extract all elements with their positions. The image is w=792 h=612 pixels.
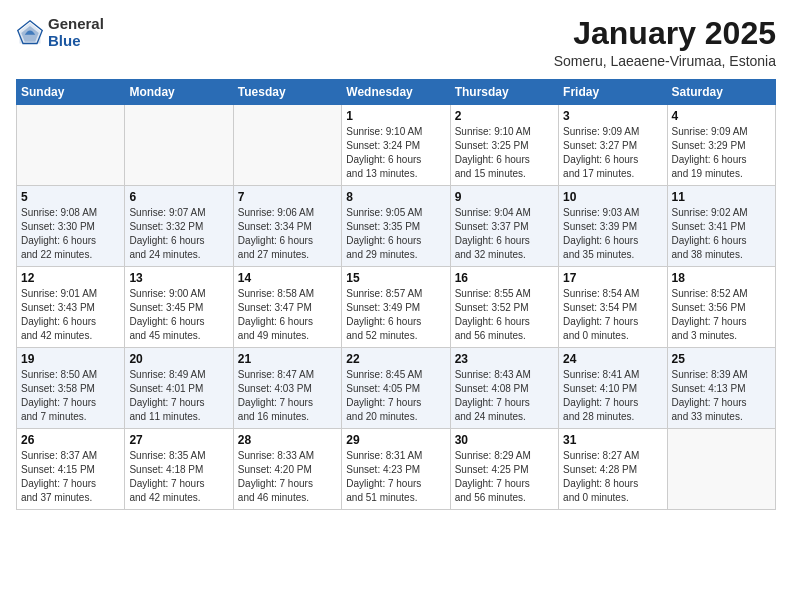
- calendar-cell: 22Sunrise: 8:45 AM Sunset: 4:05 PM Dayli…: [342, 348, 450, 429]
- day-number: 13: [129, 271, 228, 285]
- day-number: 27: [129, 433, 228, 447]
- logo-text: General Blue: [48, 16, 104, 49]
- day-number: 14: [238, 271, 337, 285]
- week-row-5: 26Sunrise: 8:37 AM Sunset: 4:15 PM Dayli…: [17, 429, 776, 510]
- calendar-cell: 19Sunrise: 8:50 AM Sunset: 3:58 PM Dayli…: [17, 348, 125, 429]
- week-row-4: 19Sunrise: 8:50 AM Sunset: 3:58 PM Dayli…: [17, 348, 776, 429]
- day-info: Sunrise: 8:58 AM Sunset: 3:47 PM Dayligh…: [238, 287, 337, 343]
- day-info: Sunrise: 8:57 AM Sunset: 3:49 PM Dayligh…: [346, 287, 445, 343]
- calendar-cell: 4Sunrise: 9:09 AM Sunset: 3:29 PM Daylig…: [667, 105, 775, 186]
- calendar-cell: [17, 105, 125, 186]
- day-info: Sunrise: 9:06 AM Sunset: 3:34 PM Dayligh…: [238, 206, 337, 262]
- day-info: Sunrise: 8:35 AM Sunset: 4:18 PM Dayligh…: [129, 449, 228, 505]
- calendar-cell: 27Sunrise: 8:35 AM Sunset: 4:18 PM Dayli…: [125, 429, 233, 510]
- week-row-3: 12Sunrise: 9:01 AM Sunset: 3:43 PM Dayli…: [17, 267, 776, 348]
- day-number: 28: [238, 433, 337, 447]
- calendar-cell: 11Sunrise: 9:02 AM Sunset: 3:41 PM Dayli…: [667, 186, 775, 267]
- column-header-thursday: Thursday: [450, 80, 558, 105]
- day-info: Sunrise: 8:41 AM Sunset: 4:10 PM Dayligh…: [563, 368, 662, 424]
- calendar-cell: 21Sunrise: 8:47 AM Sunset: 4:03 PM Dayli…: [233, 348, 341, 429]
- calendar-title: January 2025: [554, 16, 776, 51]
- day-info: Sunrise: 9:09 AM Sunset: 3:29 PM Dayligh…: [672, 125, 771, 181]
- column-header-monday: Monday: [125, 80, 233, 105]
- day-number: 20: [129, 352, 228, 366]
- day-number: 17: [563, 271, 662, 285]
- logo-icon: [16, 19, 44, 47]
- day-number: 23: [455, 352, 554, 366]
- day-info: Sunrise: 8:29 AM Sunset: 4:25 PM Dayligh…: [455, 449, 554, 505]
- day-number: 6: [129, 190, 228, 204]
- day-number: 22: [346, 352, 445, 366]
- calendar-cell: 14Sunrise: 8:58 AM Sunset: 3:47 PM Dayli…: [233, 267, 341, 348]
- calendar-cell: 2Sunrise: 9:10 AM Sunset: 3:25 PM Daylig…: [450, 105, 558, 186]
- calendar-cell: 20Sunrise: 8:49 AM Sunset: 4:01 PM Dayli…: [125, 348, 233, 429]
- day-number: 7: [238, 190, 337, 204]
- calendar-cell: 28Sunrise: 8:33 AM Sunset: 4:20 PM Dayli…: [233, 429, 341, 510]
- day-info: Sunrise: 8:33 AM Sunset: 4:20 PM Dayligh…: [238, 449, 337, 505]
- day-info: Sunrise: 9:00 AM Sunset: 3:45 PM Dayligh…: [129, 287, 228, 343]
- calendar-cell: 3Sunrise: 9:09 AM Sunset: 3:27 PM Daylig…: [559, 105, 667, 186]
- calendar-cell: 5Sunrise: 9:08 AM Sunset: 3:30 PM Daylig…: [17, 186, 125, 267]
- calendar-cell: 26Sunrise: 8:37 AM Sunset: 4:15 PM Dayli…: [17, 429, 125, 510]
- day-info: Sunrise: 8:37 AM Sunset: 4:15 PM Dayligh…: [21, 449, 120, 505]
- calendar-cell: 13Sunrise: 9:00 AM Sunset: 3:45 PM Dayli…: [125, 267, 233, 348]
- calendar-cell: 15Sunrise: 8:57 AM Sunset: 3:49 PM Dayli…: [342, 267, 450, 348]
- calendar-cell: 23Sunrise: 8:43 AM Sunset: 4:08 PM Dayli…: [450, 348, 558, 429]
- day-info: Sunrise: 9:05 AM Sunset: 3:35 PM Dayligh…: [346, 206, 445, 262]
- day-number: 2: [455, 109, 554, 123]
- day-number: 15: [346, 271, 445, 285]
- calendar-cell: 8Sunrise: 9:05 AM Sunset: 3:35 PM Daylig…: [342, 186, 450, 267]
- column-header-sunday: Sunday: [17, 80, 125, 105]
- week-row-2: 5Sunrise: 9:08 AM Sunset: 3:30 PM Daylig…: [17, 186, 776, 267]
- day-info: Sunrise: 8:47 AM Sunset: 4:03 PM Dayligh…: [238, 368, 337, 424]
- day-info: Sunrise: 8:43 AM Sunset: 4:08 PM Dayligh…: [455, 368, 554, 424]
- calendar-cell: 6Sunrise: 9:07 AM Sunset: 3:32 PM Daylig…: [125, 186, 233, 267]
- logo: General Blue: [16, 16, 104, 49]
- calendar-cell: 31Sunrise: 8:27 AM Sunset: 4:28 PM Dayli…: [559, 429, 667, 510]
- day-info: Sunrise: 8:50 AM Sunset: 3:58 PM Dayligh…: [21, 368, 120, 424]
- day-info: Sunrise: 9:01 AM Sunset: 3:43 PM Dayligh…: [21, 287, 120, 343]
- calendar-cell: 10Sunrise: 9:03 AM Sunset: 3:39 PM Dayli…: [559, 186, 667, 267]
- calendar-cell: 7Sunrise: 9:06 AM Sunset: 3:34 PM Daylig…: [233, 186, 341, 267]
- day-number: 9: [455, 190, 554, 204]
- day-number: 5: [21, 190, 120, 204]
- column-header-wednesday: Wednesday: [342, 80, 450, 105]
- page-header: General Blue January 2025 Someru, Laeaen…: [16, 16, 776, 69]
- day-number: 11: [672, 190, 771, 204]
- calendar-cell: 18Sunrise: 8:52 AM Sunset: 3:56 PM Dayli…: [667, 267, 775, 348]
- calendar-cell: 25Sunrise: 8:39 AM Sunset: 4:13 PM Dayli…: [667, 348, 775, 429]
- day-info: Sunrise: 8:55 AM Sunset: 3:52 PM Dayligh…: [455, 287, 554, 343]
- calendar-cell: [667, 429, 775, 510]
- column-header-saturday: Saturday: [667, 80, 775, 105]
- day-info: Sunrise: 9:03 AM Sunset: 3:39 PM Dayligh…: [563, 206, 662, 262]
- column-header-friday: Friday: [559, 80, 667, 105]
- calendar-cell: 12Sunrise: 9:01 AM Sunset: 3:43 PM Dayli…: [17, 267, 125, 348]
- calendar-cell: 9Sunrise: 9:04 AM Sunset: 3:37 PM Daylig…: [450, 186, 558, 267]
- column-header-tuesday: Tuesday: [233, 80, 341, 105]
- day-info: Sunrise: 8:45 AM Sunset: 4:05 PM Dayligh…: [346, 368, 445, 424]
- day-number: 30: [455, 433, 554, 447]
- calendar-cell: [233, 105, 341, 186]
- day-number: 8: [346, 190, 445, 204]
- day-number: 25: [672, 352, 771, 366]
- logo-general-text: General: [48, 16, 104, 33]
- day-info: Sunrise: 8:49 AM Sunset: 4:01 PM Dayligh…: [129, 368, 228, 424]
- calendar-subtitle: Someru, Laeaene-Virumaa, Estonia: [554, 53, 776, 69]
- day-number: 19: [21, 352, 120, 366]
- day-number: 26: [21, 433, 120, 447]
- day-info: Sunrise: 9:08 AM Sunset: 3:30 PM Dayligh…: [21, 206, 120, 262]
- day-number: 31: [563, 433, 662, 447]
- day-number: 24: [563, 352, 662, 366]
- day-info: Sunrise: 9:04 AM Sunset: 3:37 PM Dayligh…: [455, 206, 554, 262]
- calendar-cell: 16Sunrise: 8:55 AM Sunset: 3:52 PM Dayli…: [450, 267, 558, 348]
- day-info: Sunrise: 8:54 AM Sunset: 3:54 PM Dayligh…: [563, 287, 662, 343]
- title-block: January 2025 Someru, Laeaene-Virumaa, Es…: [554, 16, 776, 69]
- calendar-cell: 1Sunrise: 9:10 AM Sunset: 3:24 PM Daylig…: [342, 105, 450, 186]
- day-info: Sunrise: 9:10 AM Sunset: 3:25 PM Dayligh…: [455, 125, 554, 181]
- day-info: Sunrise: 8:27 AM Sunset: 4:28 PM Dayligh…: [563, 449, 662, 505]
- day-info: Sunrise: 9:09 AM Sunset: 3:27 PM Dayligh…: [563, 125, 662, 181]
- calendar-cell: [125, 105, 233, 186]
- day-number: 29: [346, 433, 445, 447]
- day-number: 18: [672, 271, 771, 285]
- day-info: Sunrise: 8:31 AM Sunset: 4:23 PM Dayligh…: [346, 449, 445, 505]
